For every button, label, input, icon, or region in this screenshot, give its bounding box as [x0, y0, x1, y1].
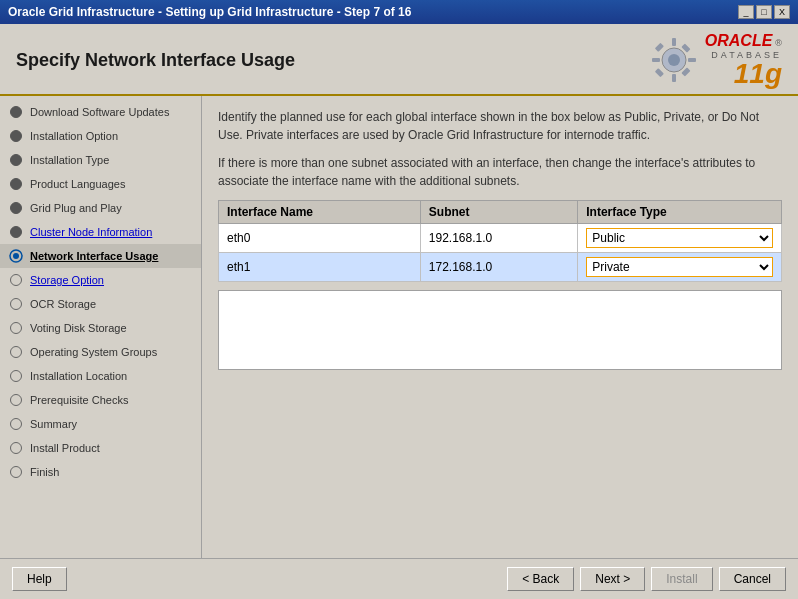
- interface-name-eth1: eth1: [219, 253, 421, 282]
- gear-icon: [647, 33, 701, 87]
- help-button[interactable]: Help: [12, 567, 67, 591]
- minimize-button[interactable]: _: [738, 5, 754, 19]
- sidebar-item-install-product[interactable]: Install Product: [0, 436, 201, 460]
- footer-right-buttons: < Back Next > Install Cancel: [507, 567, 786, 591]
- active-step-icon: [9, 249, 23, 263]
- sidebar-item-install-location[interactable]: Installation Location: [0, 364, 201, 388]
- window-controls[interactable]: _ □ X: [738, 5, 790, 19]
- col-header-subnet: Subnet: [420, 201, 577, 224]
- oracle-logo: ORACLE ® DATABASE 11g: [647, 32, 782, 88]
- sidebar-item-ocr-storage[interactable]: OCR Storage: [0, 292, 201, 316]
- sidebar-item-summary[interactable]: Summary: [0, 412, 201, 436]
- interface-type-eth1[interactable]: Public Private Do Not Use: [578, 253, 782, 282]
- svg-rect-4: [652, 58, 660, 62]
- svg-point-11: [13, 253, 19, 259]
- svg-point-1: [668, 54, 680, 66]
- next-button[interactable]: Next >: [580, 567, 645, 591]
- sidebar-item-voting-disk[interactable]: Voting Disk Storage: [0, 316, 201, 340]
- interface-type-eth0[interactable]: Public Private Do Not Use: [578, 224, 782, 253]
- interface-table: Interface Name Subnet Interface Type eth…: [218, 200, 782, 282]
- sidebar-item-grid-plug-play[interactable]: Grid Plug and Play: [0, 196, 201, 220]
- interface-type-select-eth0[interactable]: Public Private Do Not Use: [586, 228, 773, 248]
- header-area: Specify Network Interface Usage ORACLE ®: [0, 24, 798, 96]
- sidebar-item-installation-option[interactable]: Installation Option: [0, 124, 201, 148]
- page-title: Specify Network Interface Usage: [16, 50, 295, 71]
- subnet-eth0: 192.168.1.0: [420, 224, 577, 253]
- sidebar-item-network-interface[interactable]: Network Interface Usage: [0, 244, 201, 268]
- cancel-button[interactable]: Cancel: [719, 567, 786, 591]
- content-area: Download Software Updates Installation O…: [0, 96, 798, 558]
- svg-rect-8: [655, 68, 664, 77]
- svg-rect-3: [672, 74, 676, 82]
- title-bar-text: Oracle Grid Infrastructure - Setting up …: [8, 5, 411, 19]
- interface-type-select-eth1[interactable]: Public Private Do Not Use: [586, 257, 773, 277]
- svg-rect-6: [655, 43, 664, 52]
- sidebar-item-product-languages[interactable]: Product Languages: [0, 172, 201, 196]
- col-header-interface-name: Interface Name: [219, 201, 421, 224]
- description-2: If there is more than one subnet associa…: [218, 154, 782, 190]
- sidebar-item-os-groups[interactable]: Operating System Groups: [0, 340, 201, 364]
- sidebar-item-installation-type[interactable]: Installation Type: [0, 148, 201, 172]
- main-window: Specify Network Interface Usage ORACLE ®: [0, 24, 798, 599]
- sidebar-item-finish[interactable]: Finish: [0, 460, 201, 484]
- title-bar: Oracle Grid Infrastructure - Setting up …: [0, 0, 798, 24]
- sidebar-item-storage-option[interactable]: Storage Option: [0, 268, 201, 292]
- table-row: eth0 192.168.1.0 Public Private Do Not U…: [219, 224, 782, 253]
- sidebar: Download Software Updates Installation O…: [0, 96, 202, 558]
- col-header-interface-type: Interface Type: [578, 201, 782, 224]
- description-1: Identify the planned use for each global…: [218, 108, 782, 144]
- svg-rect-2: [672, 38, 676, 46]
- sidebar-item-prereq-checks[interactable]: Prerequisite Checks: [0, 388, 201, 412]
- sidebar-item-download-software[interactable]: Download Software Updates: [0, 100, 201, 124]
- sidebar-item-cluster-node-info[interactable]: Cluster Node Information: [0, 220, 201, 244]
- close-button[interactable]: X: [774, 5, 790, 19]
- main-content-area: Identify the planned use for each global…: [202, 96, 798, 558]
- subnet-eth1: 172.168.1.0: [420, 253, 577, 282]
- interface-name-eth0: eth0: [219, 224, 421, 253]
- svg-rect-5: [688, 58, 696, 62]
- table-row: eth1 172.168.1.0 Public Private Do Not U…: [219, 253, 782, 282]
- maximize-button[interactable]: □: [756, 5, 772, 19]
- back-button[interactable]: < Back: [507, 567, 574, 591]
- notes-area: [218, 290, 782, 370]
- install-button[interactable]: Install: [651, 567, 712, 591]
- footer-area: Help < Back Next > Install Cancel: [0, 558, 798, 599]
